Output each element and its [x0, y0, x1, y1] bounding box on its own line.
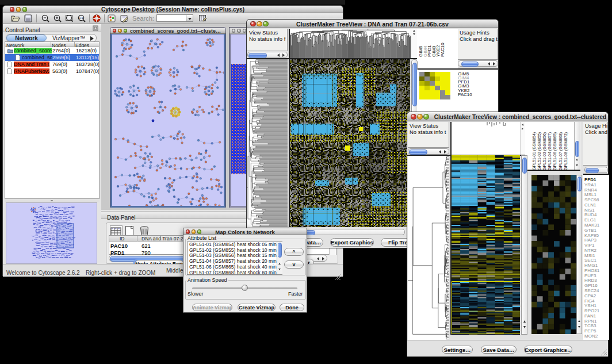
svg-text:1:1: 1:1: [79, 16, 83, 20]
